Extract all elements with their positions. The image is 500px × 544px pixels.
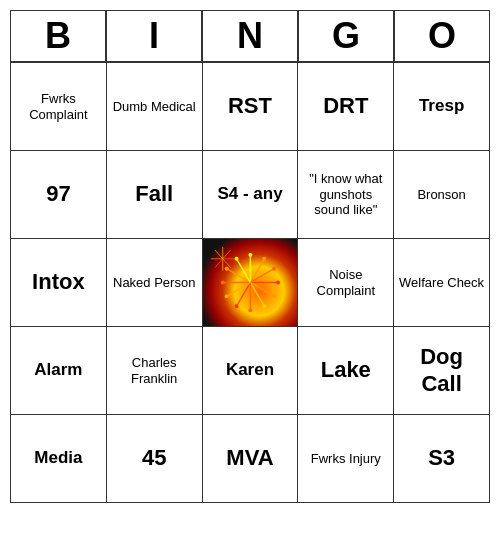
cell-text: 45 xyxy=(142,445,166,471)
header-letter: N xyxy=(202,10,298,62)
svg-point-14 xyxy=(272,267,276,271)
svg-point-22 xyxy=(224,267,228,271)
cell-text: Dumb Medical xyxy=(113,99,196,115)
cell-text: Lake xyxy=(321,357,371,383)
header-letter: G xyxy=(298,10,394,62)
bingo-cell-0-4: Tresp xyxy=(394,63,490,151)
cell-text: S4 - any xyxy=(217,184,282,204)
cell-text: Media xyxy=(34,448,82,468)
cell-text: Fwrks Injury xyxy=(311,451,381,467)
cell-text: Karen xyxy=(226,360,274,380)
bingo-cell-2-2 xyxy=(203,239,299,327)
cell-text: DRT xyxy=(323,93,368,119)
cell-text: Charles Franklin xyxy=(111,355,198,386)
cell-text: Fall xyxy=(135,181,173,207)
bingo-cell-0-0: Fwrks Complaint xyxy=(11,63,107,151)
cell-text: Alarm xyxy=(34,360,82,380)
header-letter: B xyxy=(10,10,106,62)
header-letter: O xyxy=(394,10,490,62)
svg-line-31 xyxy=(214,250,222,259)
bingo-cell-2-3: Noise Complaint xyxy=(298,239,394,327)
bingo-cell-0-3: DRT xyxy=(298,63,394,151)
svg-point-20 xyxy=(224,294,228,298)
svg-point-12 xyxy=(248,253,252,257)
bingo-cell-3-1: Charles Franklin xyxy=(107,327,203,415)
cell-text: 97 xyxy=(46,181,70,207)
header-letter: I xyxy=(106,10,202,62)
svg-point-23 xyxy=(234,257,238,261)
bingo-cell-4-1: 45 xyxy=(107,415,203,503)
bingo-cell-2-1: Naked Person xyxy=(107,239,203,327)
cell-text: Fwrks Complaint xyxy=(15,91,102,122)
cell-text: Bronson xyxy=(417,187,465,203)
bingo-cell-4-3: Fwrks Injury xyxy=(298,415,394,503)
cell-text: "I know what gunshots sound like" xyxy=(302,171,389,218)
bingo-grid: Fwrks ComplaintDumb MedicalRSTDRTTresp97… xyxy=(10,62,490,503)
svg-line-25 xyxy=(222,250,230,259)
svg-point-18 xyxy=(248,308,252,312)
bingo-cell-0-1: Dumb Medical xyxy=(107,63,203,151)
svg-point-15 xyxy=(276,281,280,285)
bingo-cell-3-0: Alarm xyxy=(11,327,107,415)
bingo-cell-4-2: MVA xyxy=(203,415,299,503)
cell-text: RST xyxy=(228,93,272,119)
svg-point-16 xyxy=(272,294,276,298)
cell-text: Tresp xyxy=(419,96,464,116)
bingo-cell-1-2: S4 - any xyxy=(203,151,299,239)
svg-line-29 xyxy=(214,259,222,268)
svg-point-21 xyxy=(220,281,224,285)
cell-text: Dog Call xyxy=(398,344,485,397)
bingo-cell-1-1: Fall xyxy=(107,151,203,239)
bingo-cell-2-0: Intox xyxy=(11,239,107,327)
bingo-cell-3-3: Lake xyxy=(298,327,394,415)
bingo-cell-1-0: 97 xyxy=(11,151,107,239)
svg-point-19 xyxy=(234,304,238,308)
svg-point-13 xyxy=(262,257,266,261)
bingo-cell-4-0: Media xyxy=(11,415,107,503)
cell-text: Intox xyxy=(32,269,85,295)
bingo-cell-3-4: Dog Call xyxy=(394,327,490,415)
cell-text: MVA xyxy=(226,445,273,471)
svg-point-17 xyxy=(262,304,266,308)
cell-text: S3 xyxy=(428,445,455,471)
bingo-cell-3-2: Karen xyxy=(203,327,299,415)
bingo-cell-2-4: Welfare Check xyxy=(394,239,490,327)
bingo-cell-4-4: S3 xyxy=(394,415,490,503)
cell-text: Naked Person xyxy=(113,275,195,291)
bingo-cell-1-3: "I know what gunshots sound like" xyxy=(298,151,394,239)
cell-text: Welfare Check xyxy=(399,275,484,291)
svg-line-27 xyxy=(222,259,230,268)
bingo-cell-0-2: RST xyxy=(203,63,299,151)
bingo-header: BINGO xyxy=(10,10,490,62)
cell-text: Noise Complaint xyxy=(302,267,389,298)
bingo-card: BINGO Fwrks ComplaintDumb MedicalRSTDRTT… xyxy=(10,10,490,503)
bingo-cell-1-4: Bronson xyxy=(394,151,490,239)
